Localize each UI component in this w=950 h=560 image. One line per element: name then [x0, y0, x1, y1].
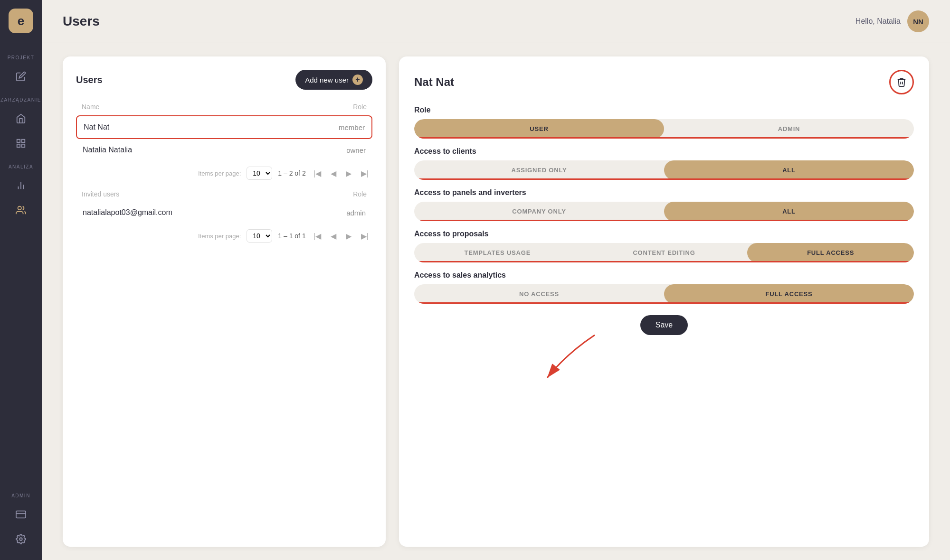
first-page-button[interactable]: |◀: [312, 168, 323, 179]
invited-role-column-header: Role: [353, 190, 367, 198]
svg-rect-1: [22, 140, 25, 142]
items-per-page-label: Items per page:: [198, 170, 241, 177]
users-table-header: Name Role: [76, 100, 372, 113]
save-button[interactable]: Save: [640, 315, 688, 335]
svg-rect-8: [16, 511, 26, 518]
invited-pagination: Items per page: 10 25 50 1 – 1 of 1 |◀ ◀…: [76, 224, 372, 244]
svg-point-10: [19, 538, 22, 541]
page-header: Users Hello, Natalia NN: [42, 0, 950, 43]
role-option-admin[interactable]: ADMIN: [664, 119, 914, 139]
access-clients-label: Access to clients: [414, 147, 914, 156]
invited-prev-page-button[interactable]: ◀: [329, 231, 338, 242]
sidebar-item-grid[interactable]: [10, 133, 31, 154]
content-area: Users Add new user + Name Role Nat Nat m…: [42, 43, 950, 560]
projekt-section-label: PROJEKT: [0, 55, 42, 60]
analiza-section-label: ANALIZA: [0, 164, 42, 169]
detail-user-name: Nat Nat: [414, 75, 454, 89]
items-per-page-select[interactable]: 10 25 50: [247, 167, 272, 180]
svg-rect-0: [17, 140, 20, 142]
access-proposals-full[interactable]: FULL ACCESS: [747, 243, 914, 262]
user-name: Nat Nat: [84, 123, 109, 131]
invited-items-per-page-select[interactable]: 10 25 50: [247, 229, 272, 243]
next-page-button[interactable]: ▶: [344, 168, 353, 179]
svg-point-7: [18, 206, 21, 210]
avatar: NN: [907, 10, 929, 32]
invited-last-page-button[interactable]: ▶|: [359, 231, 370, 242]
admin-section-label: ADMIN: [0, 493, 42, 498]
sidebar-item-billing[interactable]: [10, 504, 31, 525]
header-user-area: Hello, Natalia NN: [855, 10, 929, 32]
detail-panel: Nat Nat Role USER ADMIN Access to client…: [399, 56, 929, 547]
access-panels-all[interactable]: ALL: [664, 202, 914, 221]
access-clients-assigned[interactable]: ASSIGNED ONLY: [414, 160, 664, 180]
invited-page-range: 1 – 1 of 1: [278, 232, 305, 240]
sidebar-item-home[interactable]: [10, 108, 31, 129]
access-sales-label: Access to sales analytics: [414, 271, 914, 280]
invited-role: admin: [346, 209, 366, 217]
user-role: owner: [346, 146, 366, 154]
users-panel-header: Users Add new user +: [76, 70, 372, 90]
app-logo: e: [9, 9, 33, 33]
hello-text: Hello, Natalia: [855, 17, 901, 26]
page-range: 1 – 2 of 2: [278, 169, 305, 177]
sidebar-item-analytics[interactable]: [10, 175, 31, 196]
invited-users-header: Invited users: [82, 190, 119, 198]
access-proposals-content[interactable]: CONTENT EDITING: [581, 243, 748, 262]
page-title: Users: [63, 14, 100, 29]
svg-rect-2: [22, 144, 25, 147]
access-clients-toggle: ASSIGNED ONLY ALL: [414, 160, 914, 180]
prev-page-button[interactable]: ◀: [329, 168, 338, 179]
invited-email: natalialapot03@gmail.com: [83, 208, 172, 217]
access-sales-full[interactable]: FULL ACCESS: [664, 284, 914, 304]
access-panels-toggle: COMPANY ONLY ALL: [414, 202, 914, 221]
access-proposals-toggle: TEMPLATES USAGE CONTENT EDITING FULL ACC…: [414, 243, 914, 262]
table-row[interactable]: Natalia Natalia owner: [76, 139, 372, 161]
plus-icon: +: [352, 75, 363, 85]
role-section-label: Role: [414, 106, 914, 114]
access-sales-toggle: NO ACCESS FULL ACCESS: [414, 284, 914, 304]
name-column-header: Name: [82, 103, 99, 111]
user-name: Natalia Natalia: [83, 146, 132, 154]
access-sales-none[interactable]: NO ACCESS: [414, 284, 664, 304]
detail-bottom-area: Save: [414, 315, 914, 335]
arrow-annotation: [519, 326, 614, 387]
access-proposals-label: Access to proposals: [414, 230, 914, 238]
invited-first-page-button[interactable]: |◀: [312, 231, 323, 242]
zarzadzanie-section-label: ZARZĄDZANIE: [0, 97, 42, 103]
invited-items-per-page-label: Items per page:: [198, 233, 241, 240]
trash-icon: [896, 77, 907, 87]
last-page-button[interactable]: ▶|: [359, 168, 370, 179]
access-clients-all[interactable]: ALL: [664, 160, 914, 180]
users-panel: Users Add new user + Name Role Nat Nat m…: [63, 56, 386, 547]
table-row[interactable]: Nat Nat member: [76, 115, 372, 139]
access-proposals-templates[interactable]: TEMPLATES USAGE: [414, 243, 581, 262]
users-panel-title: Users: [76, 75, 103, 85]
access-panels-company[interactable]: COMPANY ONLY: [414, 202, 664, 221]
list-item[interactable]: natalialapot03@gmail.com admin: [76, 202, 372, 224]
invited-table-header: Invited users Role: [76, 188, 372, 200]
invited-next-page-button[interactable]: ▶: [344, 231, 353, 242]
user-role: member: [339, 123, 365, 131]
detail-header: Nat Nat: [414, 70, 914, 94]
access-panels-label: Access to panels and inverters: [414, 188, 914, 197]
role-column-header: Role: [353, 103, 367, 111]
sidebar: e PROJEKT ZARZĄDZANIE ANALIZA ADMIN: [0, 0, 42, 560]
role-option-user[interactable]: USER: [414, 119, 664, 139]
delete-button[interactable]: [889, 70, 914, 94]
users-pagination: Items per page: 10 25 50 1 – 2 of 2 |◀ ◀…: [76, 161, 372, 182]
sidebar-item-edit[interactable]: [10, 66, 31, 87]
main-area: Users Hello, Natalia NN Users Add new us…: [42, 0, 950, 560]
add-user-button[interactable]: Add new user +: [295, 70, 372, 90]
svg-rect-3: [17, 144, 20, 147]
sidebar-item-users[interactable]: [10, 200, 31, 221]
sidebar-item-settings[interactable]: [10, 529, 31, 550]
role-toggle-group: USER ADMIN: [414, 119, 914, 139]
